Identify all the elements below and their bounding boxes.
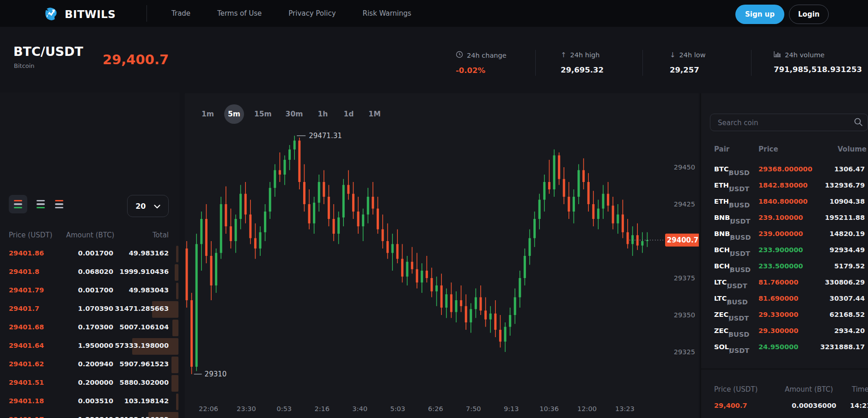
orderbook-ask-row[interactable]: 29401.620.2009405907.961523 <box>0 356 179 374</box>
market-row-eth-busd[interactable]: ETH/BUSD1840.80000010904.38 <box>701 194 868 210</box>
orderbook-ask-row[interactable]: 29401.171.23084036188.136083 <box>0 411 179 418</box>
arrow-up-icon: ↑ <box>561 51 567 59</box>
book-asks-icon[interactable] <box>50 195 68 213</box>
ask-amount: 0.200940 <box>78 360 113 368</box>
nav-link-terms[interactable]: Terms of Use <box>217 9 262 18</box>
market-row-bnb-usdt[interactable]: BNB/USDT239.100000195211.88 <box>701 210 868 226</box>
market-pair: BNB/BUSD <box>714 230 730 237</box>
chevron-down-icon <box>154 202 160 211</box>
ask-total: 57333.198000 <box>115 342 169 349</box>
market-row-zec-busd[interactable]: ZEC/BUSD29.3000002934.20 <box>701 323 868 339</box>
ask-price: 29401.86 <box>9 249 44 257</box>
market-row-eth-usdt[interactable]: ETH/USDT1842.830000132936.79 <box>701 178 868 194</box>
market-row-bch-usdt[interactable]: BCH/USDT233.90000092934.49 <box>701 242 868 259</box>
orderbook-ask-row[interactable]: 29401.790.00170049.983043 <box>0 282 179 300</box>
ask-total: 103.198142 <box>124 397 169 405</box>
svg-text:29325: 29325 <box>674 348 695 356</box>
x-axis-ticks: 22:0623:300:532:163:405:036:267:509:1310… <box>199 405 635 412</box>
orderbook-ask-row[interactable]: 29401.860.00170049.983162 <box>0 245 179 263</box>
markets-rows: BTC/BUSD29368.0000001306.47ETH/USDT1842.… <box>701 162 868 356</box>
trades-panel: Price (USDT) Amount (BTC) Time 29,400.70… <box>700 369 868 418</box>
market-row-ltc-usdt[interactable]: LTC/USDT81.760000330806.29 <box>701 275 868 291</box>
market-volume: 132936.79 <box>825 182 865 189</box>
svg-text:5:03: 5:03 <box>390 405 405 412</box>
market-volume: 30307.44 <box>830 295 865 302</box>
orderbook-ask-row[interactable]: 29401.71.07039031471.285663 <box>0 300 179 319</box>
ask-total: 5007.106104 <box>120 323 169 331</box>
orderbook-ask-row[interactable]: 29401.641.95000057333.198000 <box>0 337 179 356</box>
nav-links: Trade Terms of Use Privacy Policy Risk W… <box>171 0 411 27</box>
candles <box>186 136 648 374</box>
svg-text:7:50: 7:50 <box>466 405 481 412</box>
market-price: 233.900000 <box>758 246 803 254</box>
markets-col-volume: Volume <box>837 145 867 153</box>
ask-price: 29401.64 <box>9 342 44 349</box>
stat-24h-high: ↑24h high 29,695.32 <box>561 51 653 74</box>
stat-24h-change: 24h change -0.02% <box>456 51 548 75</box>
market-row-ltc-busd[interactable]: LTC/BUSD81.69000030307.44 <box>701 291 868 307</box>
market-price: 29.330000 <box>758 311 798 318</box>
y-axis-ticks: 294502942529400293752935029325 <box>674 164 695 356</box>
market-pair: SOL/USDT <box>714 343 729 351</box>
login-button[interactable]: Login <box>789 5 829 24</box>
market-row-zec-usdt[interactable]: ZEC/USDT29.33000062168.52 <box>701 307 868 323</box>
svg-text:0:53: 0:53 <box>277 405 292 412</box>
stat-value: 791,985,518.931253 <box>774 65 866 74</box>
ask-total: 36188.136083 <box>115 416 169 418</box>
orderbook-ask-row[interactable]: 29401.180.003510103.198142 <box>0 393 179 411</box>
ask-amount: 1.230840 <box>78 416 113 418</box>
ask-amount: 1.950000 <box>78 342 113 349</box>
nav-link-privacy[interactable]: Privacy Policy <box>288 9 336 18</box>
nav-link-trade[interactable]: Trade <box>171 9 190 18</box>
last-price: 29,400.7 <box>103 52 169 67</box>
signup-button[interactable]: Sign up <box>735 5 784 24</box>
market-price: 81.760000 <box>758 279 798 286</box>
market-row-btc-busd[interactable]: BTC/BUSD29368.0000001306.47 <box>701 162 868 178</box>
orderbook-ask-row[interactable]: 29401.510.2000005880.302000 <box>0 374 179 393</box>
ask-price: 29401.8 <box>9 268 39 275</box>
search-icon[interactable] <box>854 117 863 128</box>
market-volume: 2934.20 <box>834 327 865 334</box>
market-row-bch-busd[interactable]: BCH/BUSD233.5000005179.52 <box>701 259 868 275</box>
svg-text:29400.7: 29400.7 <box>667 236 698 244</box>
depth-bar <box>175 264 178 281</box>
clock-icon <box>456 51 463 60</box>
ask-total: 49.983043 <box>129 286 169 294</box>
nav-link-risk[interactable]: Risk Warnings <box>363 9 411 18</box>
depth-bar <box>172 320 178 336</box>
market-volume: 92934.49 <box>830 246 865 254</box>
market-price: 1840.800000 <box>758 198 807 205</box>
search-input[interactable] <box>717 114 848 131</box>
stat-divider <box>535 50 536 76</box>
market-price: 29.300000 <box>758 327 798 334</box>
candlestick-chart[interactable]: 29450294252940029375293502932522:0623:30… <box>185 93 699 418</box>
market-row-bnb-busd[interactable]: BNB/BUSD239.00000014820.19 <box>701 226 868 242</box>
ask-price: 29401.18 <box>9 397 44 405</box>
market-pair: LTC/BUSD <box>714 295 727 302</box>
orderbook-ask-row[interactable]: 29401.80.0680201999.910436 <box>0 263 179 282</box>
svg-text:12:00: 12:00 <box>577 405 597 412</box>
book-bids-icon[interactable] <box>31 195 50 213</box>
market-price: 233.500000 <box>758 262 803 270</box>
search-box <box>710 114 868 131</box>
orderbook-ask-row[interactable]: 29401.680.1703005007.106104 <box>0 319 179 337</box>
stat-24h-low: ↓24h low 29,257 <box>670 51 762 74</box>
depth-select[interactable]: 20 <box>127 195 169 217</box>
trade-amount: 0.00036000 <box>792 402 836 409</box>
svg-text:3:40: 3:40 <box>352 405 367 412</box>
svg-text:29450: 29450 <box>674 164 695 171</box>
market-volume: 10904.38 <box>830 198 865 205</box>
orderbook-col-total: Total <box>153 231 169 239</box>
svg-text:9:13: 9:13 <box>504 405 519 412</box>
brand[interactable]: BITWILS <box>42 4 116 24</box>
pair-title: BTC/USDT <box>13 44 83 59</box>
ask-amount: 0.003510 <box>78 397 113 405</box>
chart-panel: 1m 5m 15m 30m 1h 1d 1M 29450294252940029… <box>185 93 699 418</box>
market-row-sol-usdt[interactable]: SOL/USDT24.9500003231888.17 <box>701 339 868 356</box>
book-both-icon[interactable] <box>9 195 27 213</box>
ask-price: 29401.17 <box>9 416 44 418</box>
market-pair: ZEC/BUSD <box>714 327 728 334</box>
market-price: 81.690000 <box>758 295 798 302</box>
svg-text:29350: 29350 <box>674 311 695 319</box>
depth-selected-value: 20 <box>135 202 146 211</box>
